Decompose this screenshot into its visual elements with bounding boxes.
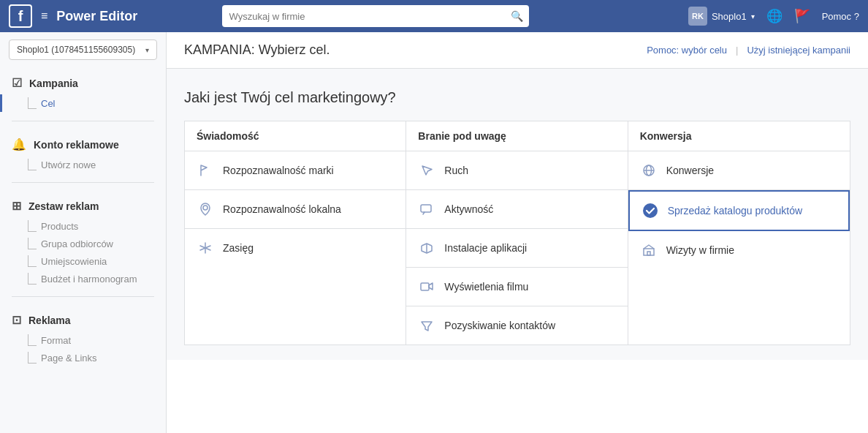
sidebar-section-reklama: ⊡ Reklama Format Page & Links [0,309,166,366]
account-caret-icon: ▾ [751,12,755,20]
sidebar-item-format[interactable]: Format [0,331,166,349]
topnav: f ≡ Power Editor 🔍 RK Shoplo1 ▾ 🌐 🚩 Pomo… [0,0,868,32]
building-icon [640,241,658,259]
sidebar-section-kampania: ☑ Kampania Cel [0,72,166,112]
goal-row-kontakty[interactable]: Pozyskiwanie kontaktów [406,306,627,344]
asterisk-icon [197,239,214,257]
sidebar-section-konto: 🔔 Konto reklamowe Utwórz nowe [0,133,166,173]
tree-line-7 [28,334,37,346]
goal-label-lokalna: Rozpoznawalność lokalna [223,203,341,215]
topnav-right: RK Shoplo1 ▾ 🌐 🚩 Pomoc ? [688,7,859,26]
account-dropdown[interactable]: Shoplo1 (1078451155609305) ▾ [9,39,157,60]
grupa-label: Grupa odbiorców [41,238,113,249]
sidebar-cel-wrapper: Cel [0,94,166,112]
cel-label: Cel [41,98,56,109]
search-input[interactable] [222,5,529,27]
sidebar-item-budzet[interactable]: Budżet i harmonogram [0,270,166,287]
flag-icon[interactable]: 🚩 [794,8,810,24]
sidebar-item-umiejscowienia[interactable]: Umiejscowienia [0,252,166,270]
chat-icon [418,200,435,218]
format-label: Format [41,335,71,346]
goal-area: Jaki jest Twój cel marketingowy? Świadom… [167,69,868,360]
goal-row-katalog[interactable]: Sprzedaż katalogu produktów [628,190,850,231]
sidebar-kampania-header: ☑ Kampania [0,72,166,94]
tree-line-5 [28,255,37,267]
tree-line-2 [28,159,37,170]
utworz-label: Utwórz nowe [41,159,96,170]
goal-row-zasieg[interactable]: Zasięg [185,229,406,267]
goal-row-wizyty[interactable]: Wizyty w firmie [628,231,850,269]
sidebar-item-grupa[interactable]: Grupa odbiorców [0,235,166,252]
sidebar-reklama-label: Reklama [28,315,71,326]
goal-col-branie: Branie pod uwagę Ruch Aktywność [406,121,628,344]
hamburger-icon[interactable]: ≡ [41,10,47,23]
products-label: Products [41,221,78,232]
goal-row-instalacje[interactable]: Instalacje aplikacji [406,229,627,268]
goal-label-marki: Rozpoznawalność marki [223,165,334,176]
umiejscowienia-label: Umiejscowienia [41,256,107,267]
existing-campaign-link[interactable]: Użyj istniejącej kampanii [747,45,850,56]
svg-rect-12 [647,252,650,255]
budzet-label: Budżet i harmonogram [41,274,137,285]
campaign-links: Pomoc: wybór celu | Użyj istniejącej kam… [647,45,850,56]
goal-col-swiadomosc: Świadomość Rozpoznawalność marki Rozpozn… [185,121,406,344]
goal-label-instalacje: Instalacje aplikacji [444,242,527,254]
sidebar-zestaw-label: Zestaw reklam [28,200,99,212]
main-layout: Shoplo1 (1078451155609305) ▾ ☑ Kampania … [0,32,868,433]
tree-line-8 [28,352,37,364]
goal-label-zasieg: Zasięg [223,242,254,254]
sidebar-item-products[interactable]: Products [0,217,166,235]
kampania-icon: ☑ [12,76,22,90]
globe-icon [640,162,658,179]
links-separator: | [736,45,738,56]
goal-label-wizyty: Wizyty w firmie [666,244,734,256]
sidebar: Shoplo1 (1078451155609305) ▾ ☑ Kampania … [0,32,167,433]
svg-point-10 [643,203,658,218]
dropdown-caret-icon: ▾ [145,46,149,54]
goal-label-film: Wyświetlenia filmu [444,281,528,293]
fb-logo-icon: f [9,4,32,28]
campaign-subtitle: Wybierz cel. [259,42,330,57]
sidebar-section-zestaw: ⊞ Zestaw reklam Products Grupa odbiorców… [0,195,166,287]
goal-row-konwersje[interactable]: Konwersje [628,151,850,190]
divider-2 [12,182,154,183]
goal-row-marki[interactable]: Rozpoznawalność marki [185,151,406,190]
search-icon: 🔍 [511,10,523,22]
sidebar-item-utworz[interactable]: Utwórz nowe [0,156,166,173]
tree-line-6 [28,273,37,285]
check-circle-icon [642,202,659,219]
help-text: Pomoc [822,11,851,22]
goal-label-ruch: Ruch [444,165,468,176]
goal-label-katalog: Sprzedaż katalogu produktów [668,205,802,217]
goal-row-ruch[interactable]: Ruch [406,151,627,190]
account-name: Shoplo1 [712,11,747,22]
cursor-icon [418,162,435,179]
col-header-swiadomosc: Świadomość [185,121,406,151]
goal-row-film[interactable]: Wyświetlenia filmu [406,268,627,306]
sidebar-konto-label: Konto reklamowe [34,139,119,151]
box3d-icon [418,239,435,257]
campaign-title: KAMPANIA: Wybierz cel. [184,42,330,58]
help-label[interactable]: Pomoc ? [822,11,859,22]
tree-line [28,97,37,109]
col-header-branie: Branie pod uwagę [406,121,627,151]
svg-rect-6 [421,283,429,290]
globe-icon[interactable]: 🌐 [766,8,783,24]
col-header-konwersja: Konwersja [628,121,850,151]
account-dropdown-label: Shoplo1 (1078451155609305) [17,45,145,55]
active-bar [0,94,2,112]
help-question-icon: ? [854,11,859,22]
svg-rect-4 [421,205,431,212]
divider-3 [12,296,154,297]
goal-row-aktywnosc[interactable]: Aktywność [406,190,627,229]
divider-1 [12,121,154,121]
account-switcher[interactable]: RK Shoplo1 ▾ [688,7,755,26]
pagelinks-label: Page & Links [41,353,97,364]
sidebar-item-pagelinks[interactable]: Page & Links [0,349,166,366]
sidebar-item-cel[interactable]: Cel [0,94,166,112]
tree-line-4 [28,238,37,249]
sidebar-reklama-header: ⊡ Reklama [0,309,166,331]
flag-icon [197,162,214,179]
goal-row-lokalna[interactable]: Rozpoznawalność lokalna [185,190,406,229]
help-link[interactable]: Pomoc: wybór celu [647,45,727,56]
